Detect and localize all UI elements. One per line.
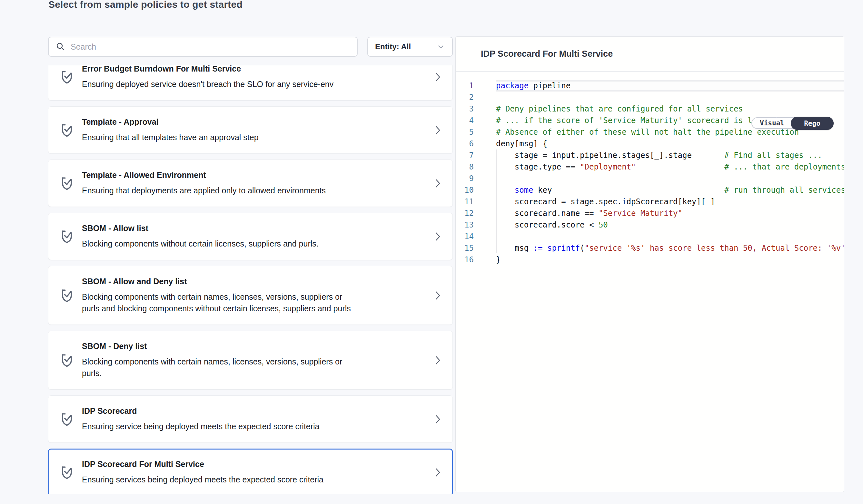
line-number: 11 xyxy=(456,196,474,208)
line-number: 10 xyxy=(456,184,474,196)
code-line[interactable]: 15 msg := sprintf("service '%s' has scor… xyxy=(456,242,844,254)
code-line[interactable]: 10 some key # run through all services xyxy=(456,184,844,196)
code-line-content xyxy=(496,91,844,103)
controls-row: Entity: All xyxy=(48,37,453,57)
toggle-option-rego[interactable]: Rego xyxy=(791,117,834,130)
code-line-content xyxy=(496,173,844,184)
chevron-right-icon[interactable] xyxy=(434,467,442,478)
code-line[interactable]: 14 xyxy=(456,231,844,242)
code-line[interactable]: 7 stage = input.pipeline.stages[_].stage… xyxy=(456,150,844,161)
policy-shield-check-icon xyxy=(60,176,74,191)
chevron-right-icon[interactable] xyxy=(434,71,442,83)
line-number: 8 xyxy=(456,161,474,173)
policy-card-title: SBOM - Deny list xyxy=(82,341,426,351)
chevron-right-icon[interactable] xyxy=(434,413,442,425)
policy-shield-check-icon xyxy=(60,465,74,480)
code-line-content: msg := sprintf("service '%s' has score l… xyxy=(496,242,844,254)
chevron-down-icon xyxy=(437,42,445,51)
code-line[interactable]: 3# Deny pipelines that are configured fo… xyxy=(456,103,844,115)
policy-card-title: IDP Scorecard For Multi Service xyxy=(82,459,426,469)
code-line[interactable]: 13 scorecard.score < 50 xyxy=(456,219,844,231)
policy-card-description: Ensuring services being deployed meets t… xyxy=(82,474,426,485)
policy-card-text: Template - Approval Ensuring that all te… xyxy=(82,117,426,143)
policy-card-text: SBOM - Allow list Blocking components wi… xyxy=(82,223,426,249)
policy-card-description: Blocking components with certain names, … xyxy=(82,356,426,379)
policy-card-title: SBOM - Allow list xyxy=(82,223,426,233)
line-number: 16 xyxy=(456,254,474,266)
policy-card-description: Ensuring that deployments are applied on… xyxy=(82,185,426,196)
line-number: 2 xyxy=(456,91,474,103)
policy-list: Error Budget Burndown For Multi Service … xyxy=(48,65,453,494)
policy-card-description: Ensuring service being deployed meets th… xyxy=(82,421,426,432)
code-line[interactable]: 1package pipeline xyxy=(456,80,844,91)
line-number: 15 xyxy=(456,242,474,254)
policy-card-text: Error Budget Burndown For Multi Service … xyxy=(82,65,426,90)
policy-card[interactable]: Template - Allowed Environment Ensuring … xyxy=(48,159,453,207)
code-line-content: scorecard = stage.spec.idpScorecard[key]… xyxy=(496,196,844,208)
line-number: 14 xyxy=(456,231,474,242)
policy-shield-check-icon xyxy=(60,412,74,427)
policy-card[interactable]: Template - Approval Ensuring that all te… xyxy=(48,106,453,154)
code-line-content: scorecard.score < 50 xyxy=(496,219,844,231)
view-mode-toggle[interactable]: Visual Rego xyxy=(751,117,833,129)
search-icon xyxy=(56,42,65,52)
policy-card-title: SBOM - Allow and Deny list xyxy=(82,276,426,286)
line-number: 1 xyxy=(456,80,474,91)
line-number: 6 xyxy=(456,138,474,150)
policy-card-text: SBOM - Allow and Deny list Blocking comp… xyxy=(82,276,426,314)
entity-filter-dropdown[interactable]: Entity: All xyxy=(367,37,453,57)
policy-shield-check-icon xyxy=(60,229,74,244)
search-box[interactable] xyxy=(48,37,358,57)
policy-shield-check-icon xyxy=(60,123,74,138)
code-line[interactable]: 16} xyxy=(456,254,844,266)
policy-shield-check-icon xyxy=(60,288,74,303)
chevron-right-icon[interactable] xyxy=(434,354,442,366)
policy-card-description: Ensuring that all templates have an appr… xyxy=(82,131,426,143)
policy-card-text: Template - Allowed Environment Ensuring … xyxy=(82,170,426,196)
policy-card-title: Template - Allowed Environment xyxy=(82,170,426,180)
code-line-content: package pipeline xyxy=(496,80,844,91)
policy-shield-check-icon xyxy=(60,353,74,368)
line-number: 7 xyxy=(456,150,474,161)
line-number: 13 xyxy=(456,219,474,231)
policy-card-title: Template - Approval xyxy=(82,117,426,127)
chevron-right-icon[interactable] xyxy=(434,178,442,189)
detail-title: IDP Scorecard For Multi Service xyxy=(481,49,613,59)
policy-card[interactable]: SBOM - Allow and Deny list Blocking comp… xyxy=(48,266,453,325)
policy-card[interactable]: SBOM - Deny list Blocking components wit… xyxy=(48,331,453,390)
policy-card-title: IDP Scorecard xyxy=(82,406,426,416)
policy-card[interactable]: Error Budget Burndown For Multi Service … xyxy=(48,65,453,101)
policy-card-text: IDP Scorecard Ensuring service being dep… xyxy=(82,406,426,432)
entity-filter-label: Entity: All xyxy=(375,42,411,51)
code-line[interactable]: 12 scorecard.name == "Service Maturity" xyxy=(456,208,844,219)
policy-card[interactable]: IDP Scorecard Ensuring service being dep… xyxy=(48,396,453,443)
policy-card[interactable]: IDP Scorecard For Multi Service Ensuring… xyxy=(48,449,453,494)
toggle-option-visual[interactable]: Visual xyxy=(752,118,792,128)
policy-card-description: Blocking components with certain names, … xyxy=(82,291,426,314)
code-line-content: deny[msg] { xyxy=(496,138,844,150)
policy-card-description: Blocking components without certain lice… xyxy=(82,238,426,249)
search-input[interactable] xyxy=(71,42,350,52)
code-line[interactable]: 2 xyxy=(456,91,844,103)
policy-card-description: Ensuring deployed service doesn't breach… xyxy=(82,78,426,90)
code-line[interactable]: 6deny[msg] { xyxy=(456,138,844,150)
code-line[interactable]: 11 scorecard = stage.spec.idpScorecard[k… xyxy=(456,196,844,208)
line-number: 9 xyxy=(456,173,474,184)
detail-header: IDP Scorecard For Multi Service xyxy=(456,37,844,72)
policy-shield-check-icon xyxy=(60,69,74,85)
code-line-content: # Deny pipelines that are configured for… xyxy=(496,103,844,115)
line-number: 5 xyxy=(456,126,474,138)
code-line-content: scorecard.name == "Service Maturity" xyxy=(496,208,844,219)
code-rows: 1package pipeline23# Deny pipelines that… xyxy=(456,80,844,266)
code-line-content: } xyxy=(496,254,844,266)
policy-card-text: SBOM - Deny list Blocking components wit… xyxy=(82,341,426,379)
rego-code-editor[interactable]: Visual Rego 1package pipeline23# Deny pi… xyxy=(456,73,844,492)
code-line[interactable]: 9 xyxy=(456,173,844,184)
policy-card[interactable]: SBOM - Allow list Blocking components wi… xyxy=(48,213,453,260)
chevron-right-icon[interactable] xyxy=(434,231,442,242)
line-number: 12 xyxy=(456,208,474,219)
code-line[interactable]: 8 stage.type == "Deployment" # ... that … xyxy=(456,161,844,173)
code-line-content: stage = input.pipeline.stages[_].stage #… xyxy=(496,150,844,161)
chevron-right-icon[interactable] xyxy=(434,125,442,136)
chevron-right-icon[interactable] xyxy=(434,290,442,301)
